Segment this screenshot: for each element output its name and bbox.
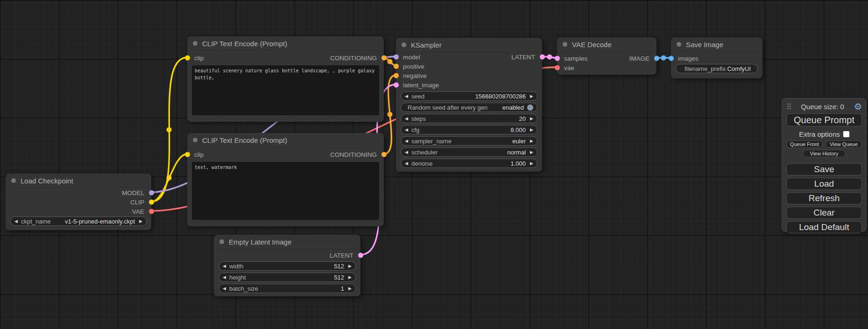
widget-label: batch_size <box>229 285 258 292</box>
node-clip-text-encode-negative[interactable]: CLIP Text Encode (Prompt) clip CONDITION… <box>187 133 384 226</box>
input-label-clip: clip <box>194 151 204 158</box>
conditioning-output-slot[interactable] <box>381 152 387 157</box>
cfg-widget[interactable]: ◀ cfg 8.000 ▶ <box>401 125 537 134</box>
widget-label: seed <box>411 93 424 100</box>
graph-canvas[interactable]: { "icons": { "decrement": "◀", "incremen… <box>0 0 868 329</box>
queue-front-button[interactable]: Queue Front <box>786 140 823 148</box>
node-save-image[interactable]: Save Image images filename_prefix ComfyU… <box>671 37 762 78</box>
extra-options-checkbox[interactable] <box>843 131 849 137</box>
refresh-button[interactable]: Refresh <box>786 192 862 204</box>
increment-arrow-icon[interactable]: ▶ <box>348 275 352 280</box>
node-title: CLIP Text Encode (Prompt) <box>202 40 287 48</box>
load-default-button[interactable]: Load Default <box>786 221 862 233</box>
seed-widget[interactable]: ◀ seed 156680208700286 ▶ <box>401 91 537 101</box>
node-title-bar[interactable]: Save Image <box>671 37 762 52</box>
widget-label: filename_prefix <box>685 65 726 72</box>
increment-arrow-icon[interactable]: ▶ <box>530 127 533 132</box>
conditioning-output-slot[interactable] <box>381 56 387 61</box>
scheduler-widget[interactable]: ◀ scheduler normal ▶ <box>401 147 537 157</box>
node-title-bar[interactable]: CLIP Text Encode (Prompt) <box>187 133 384 147</box>
width-widget[interactable]: ◀ width 512 ▶ <box>219 261 356 271</box>
positive-prompt-textarea[interactable]: beautiful scenery nature glass bottle la… <box>192 65 379 115</box>
widget-label: steps <box>411 115 426 122</box>
model-input-slot[interactable] <box>394 55 399 60</box>
output-label-latent: LATENT <box>330 252 353 259</box>
vae-input-slot[interactable] <box>555 65 560 70</box>
decrement-arrow-icon[interactable]: ◀ <box>405 94 408 98</box>
steps-widget[interactable]: ◀ steps 20 ▶ <box>401 114 537 123</box>
increment-arrow-icon[interactable]: ▶ <box>348 264 352 268</box>
collapse-toggle[interactable] <box>563 42 567 47</box>
images-input-slot[interactable] <box>669 56 674 61</box>
random-seed-toggle-icon[interactable] <box>527 105 533 111</box>
view-history-button[interactable]: View History <box>803 150 846 157</box>
save-button[interactable]: Save <box>786 163 862 175</box>
decrement-arrow-icon[interactable]: ◀ <box>223 264 226 268</box>
queue-prompt-button[interactable]: Queue Prompt <box>786 113 862 126</box>
positive-input-slot[interactable] <box>394 64 399 69</box>
clip-input-slot[interactable] <box>185 152 190 157</box>
node-title-bar[interactable]: Empty Latent Image <box>214 235 360 249</box>
input-label-positive: positive <box>403 63 424 70</box>
collapse-toggle[interactable] <box>677 42 681 47</box>
decrement-arrow-icon[interactable]: ◀ <box>14 219 18 224</box>
vae-output-slot[interactable] <box>149 209 154 214</box>
collapse-toggle[interactable] <box>193 41 198 46</box>
increment-arrow-icon[interactable]: ▶ <box>530 139 533 143</box>
settings-gear-icon[interactable]: ⚙ <box>854 102 862 111</box>
output-label-vae: VAE <box>132 208 144 215</box>
node-load-checkpoint[interactable]: Load Checkpoint MODEL CLIP VAE ◀ ckpt_na… <box>6 174 151 230</box>
filename-prefix-widget[interactable]: filename_prefix ComfyUI <box>676 64 758 73</box>
increment-arrow-icon[interactable]: ▶ <box>348 286 352 291</box>
view-queue-button[interactable]: View Queue <box>826 140 862 148</box>
collapse-toggle[interactable] <box>402 42 406 47</box>
height-widget[interactable]: ◀ height 512 ▶ <box>219 273 356 282</box>
load-button[interactable]: Load <box>786 178 862 190</box>
node-title-bar[interactable]: VAE Decode <box>557 37 656 52</box>
latent-output-slot[interactable] <box>540 55 545 60</box>
decrement-arrow-icon[interactable]: ◀ <box>405 116 408 121</box>
random-seed-widget[interactable]: Random seed after every gen enabled <box>401 103 537 112</box>
collapse-toggle[interactable] <box>11 178 16 183</box>
latent-image-input-slot[interactable] <box>394 83 399 88</box>
extra-options-label: Extra options <box>799 130 840 138</box>
ckpt-name-widget[interactable]: ◀ ckpt_name v1-5-pruned-emaonly.ckpt ▶ <box>10 217 147 226</box>
image-output-slot[interactable] <box>654 56 659 61</box>
increment-arrow-icon[interactable]: ▶ <box>139 219 142 224</box>
decrement-arrow-icon[interactable]: ◀ <box>223 275 226 280</box>
node-clip-text-encode-positive[interactable]: CLIP Text Encode (Prompt) clip CONDITION… <box>187 36 384 122</box>
widget-value: 512 <box>334 274 344 281</box>
clip-output-slot[interactable] <box>149 200 154 205</box>
decrement-arrow-icon[interactable]: ◀ <box>405 127 408 132</box>
input-label-latent-image: latent_image <box>403 82 439 89</box>
batch-size-widget[interactable]: ◀ batch_size 1 ▶ <box>219 284 356 293</box>
latent-output-slot[interactable] <box>358 253 363 258</box>
model-output-slot[interactable] <box>149 190 154 196</box>
node-title-bar[interactable]: KSampler <box>396 38 542 52</box>
negative-prompt-textarea[interactable]: text, watermark <box>192 162 379 220</box>
node-vae-decode[interactable]: VAE Decode samples IMAGE vae <box>557 37 656 75</box>
node-title: Empty Latent Image <box>229 238 291 246</box>
node-title-bar[interactable]: Load Checkpoint <box>6 174 151 188</box>
decrement-arrow-icon[interactable]: ◀ <box>405 150 408 154</box>
sampler-name-widget[interactable]: ◀ sampler_name euler ▶ <box>401 136 537 146</box>
decrement-arrow-icon[interactable]: ◀ <box>405 161 408 166</box>
increment-arrow-icon[interactable]: ▶ <box>530 116 533 121</box>
increment-arrow-icon[interactable]: ▶ <box>530 161 533 166</box>
samples-input-slot[interactable] <box>555 56 560 61</box>
node-empty-latent-image[interactable]: Empty Latent Image LATENT ◀ width 512 ▶ … <box>214 235 360 296</box>
menu-drag-handle[interactable] <box>787 104 791 110</box>
decrement-arrow-icon[interactable]: ◀ <box>405 139 408 143</box>
denoise-widget[interactable]: ◀ denoise 1.000 ▶ <box>401 159 537 168</box>
clear-button[interactable]: Clear <box>786 207 862 219</box>
collapse-toggle[interactable] <box>219 239 224 244</box>
increment-arrow-icon[interactable]: ▶ <box>530 150 533 154</box>
node-title-bar[interactable]: CLIP Text Encode (Prompt) <box>187 36 384 51</box>
input-label-model: model <box>403 54 420 61</box>
clip-input-slot[interactable] <box>185 56 190 61</box>
negative-input-slot[interactable] <box>394 73 399 78</box>
collapse-toggle[interactable] <box>193 138 198 142</box>
decrement-arrow-icon[interactable]: ◀ <box>223 286 226 291</box>
increment-arrow-icon[interactable]: ▶ <box>530 94 533 98</box>
node-ksampler[interactable]: KSampler model LATENT positive negative … <box>396 38 542 172</box>
